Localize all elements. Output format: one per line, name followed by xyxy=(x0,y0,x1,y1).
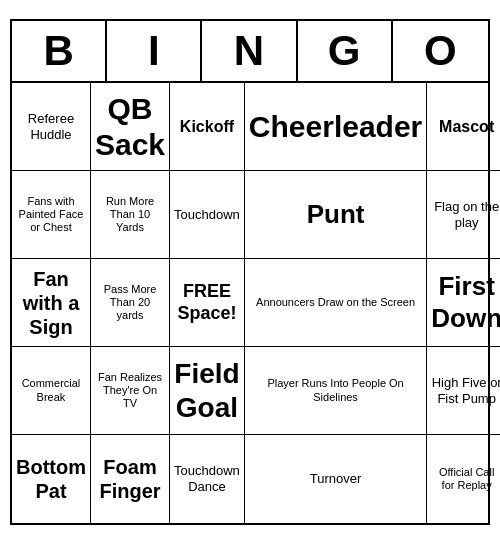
bingo-cell: FREE Space! xyxy=(170,259,245,347)
bingo-cell: Official Call for Replay xyxy=(427,435,500,523)
bingo-cell: Player Runs Into People On Sidelines xyxy=(245,347,427,435)
bingo-cell: Mascot xyxy=(427,83,500,171)
bingo-cell: Commercial Break xyxy=(12,347,91,435)
bingo-cell: Announcers Draw on the Screen xyxy=(245,259,427,347)
bingo-cell: Touchdown xyxy=(170,171,245,259)
bingo-card: BINGO Referee HuddleQB SackKickoffCheerl… xyxy=(10,19,490,525)
bingo-cell: Fan with a Sign xyxy=(12,259,91,347)
bingo-cell: Run More Than 10 Yards xyxy=(91,171,170,259)
bingo-letter: I xyxy=(107,21,202,81)
bingo-cell: QB Sack xyxy=(91,83,170,171)
bingo-cell: Foam Finger xyxy=(91,435,170,523)
bingo-cell: Field Goal xyxy=(170,347,245,435)
bingo-grid: Referee HuddleQB SackKickoffCheerleaderM… xyxy=(12,83,488,523)
bingo-cell: First Down xyxy=(427,259,500,347)
bingo-letter: G xyxy=(298,21,393,81)
bingo-cell: Cheerleader xyxy=(245,83,427,171)
bingo-header: BINGO xyxy=(12,21,488,83)
bingo-cell: Flag on the play xyxy=(427,171,500,259)
bingo-cell: Touchdown Dance xyxy=(170,435,245,523)
bingo-letter: O xyxy=(393,21,488,81)
bingo-cell: Punt xyxy=(245,171,427,259)
bingo-cell: Pass More Than 20 yards xyxy=(91,259,170,347)
bingo-letter: B xyxy=(12,21,107,81)
bingo-cell: Turnover xyxy=(245,435,427,523)
bingo-cell: High Five or Fist Pump xyxy=(427,347,500,435)
bingo-letter: N xyxy=(202,21,297,81)
bingo-cell: Bottom Pat xyxy=(12,435,91,523)
bingo-cell: Kickoff xyxy=(170,83,245,171)
bingo-cell: Fans with Painted Face or Chest xyxy=(12,171,91,259)
bingo-cell: Fan Realizes They're On TV xyxy=(91,347,170,435)
bingo-cell: Referee Huddle xyxy=(12,83,91,171)
